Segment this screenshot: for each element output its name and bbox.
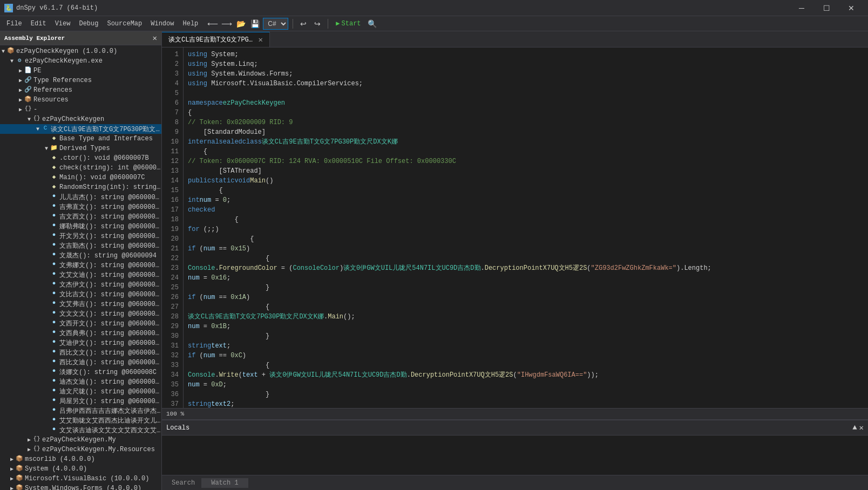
tree-node[interactable]: ▶{}- [0,105,161,114]
code-tab-active[interactable]: 谈文CL吉9E吉勤T文G文7PG30P勤文尺DX艾... ✕ [162,32,270,47]
tree-node[interactable]: ▼{}ezPayCheckKeygen [0,114,161,124]
tree-node[interactable]: ●文晟杰(): string @06000094 [0,250,161,260]
start-button[interactable]: ▶ Start [333,18,364,29]
panel-expand-button[interactable]: ▲ [852,423,857,432]
panel-close-button[interactable]: ✕ [859,423,864,432]
line-number: 10 [166,137,179,147]
tree-node[interactable]: ●文文文文(): string @0600008D [0,309,161,318]
minimize-button[interactable]: ─ [789,0,814,16]
tree-node[interactable]: ▶📄PE [0,66,161,76]
tree-node[interactable]: ▶🔗References [0,85,161,95]
tree-node-label: Base Type and Interfaces [59,135,153,142]
tree-node-label: - [33,106,37,113]
line-number: 28 [166,312,179,322]
tree-node-label: 文艾弗吉(): string @0600008A [59,300,161,309]
menu-debug[interactable]: Debug [74,18,103,30]
tree-node[interactable]: ●文吉勤杰(): string @06000086 [0,241,161,250]
tree-node[interactable]: ●艾迪伊文(): string @06000088 [0,338,161,348]
toolbar-redo-button[interactable]: ↪ [311,18,323,30]
code-line: { [188,108,864,118]
tree-view[interactable]: ▼📦ezPayCheckKeygen (1.0.0.0)▼⚙ezPayCheck… [0,45,161,490]
tree-node[interactable]: ◆RandomString(int): string @0600007 [0,182,161,192]
tree-node-icon: ● [50,309,58,318]
menu-view[interactable]: View [51,18,75,30]
tree-node[interactable]: ◆.ctor(): void @0600007B [0,153,161,163]
tree-node[interactable]: ▼📁Derived Types [0,144,161,153]
line-number: 13 [166,166,179,176]
search-button[interactable]: 🔍 [367,18,378,30]
toolbar-forward-button[interactable]: ⟶ [221,18,233,30]
tree-node[interactable]: ▼⚙ezPayCheckKeygen.exe [0,56,161,66]
tab-close-button[interactable]: ✕ [259,35,263,44]
tree-node-label: ezPayCheckKeygen.My [42,436,116,444]
bottom-tab-watch1[interactable]: Watch 1 [206,477,243,489]
tree-node[interactable]: ●吉文西文(): string @06000093 [0,212,161,221]
tree-node[interactable]: ▼C谈文CL吉9E吉勤T文G文7PG30P勤文尺D [0,124,161,134]
line-number: 18 [166,215,179,224]
code-line: { [188,360,864,370]
tree-node[interactable]: ●文比吉文(): string @06000091 [0,289,161,299]
tree-node[interactable]: ●文西典弗(): string @0600008E [0,328,161,338]
tree-node-icon: ◆ [50,183,58,192]
language-select[interactable]: C# IL VB [263,18,288,30]
tree-node[interactable]: ●文弗娜文(): string @06000089 [0,260,161,270]
tree-node[interactable]: ◆Base Type and Interfaces [0,134,161,144]
tree-node[interactable]: ●文艾文迪(): string @06000082 [0,270,161,280]
tree-node[interactable]: ●西比文文(): string @06000085 [0,348,161,357]
tree-node[interactable]: ●淡娜文(): string @0600008C [0,367,161,377]
tree-node-label: 文西典弗(): string @0600008E [59,329,161,338]
tree-node[interactable]: ◆Main(): void @0600007C [0,173,161,182]
tree-node-label: 吉弗直文(): string @06000092 [59,202,161,212]
tree-node[interactable]: ●迪文尺咙(): string @0600008B [0,386,161,396]
tree-node[interactable]: ●文艾谈吉迪谈文艾文文艾西文文艾儿开咙 [0,425,161,435]
tree-node[interactable]: ▶{}ezPayCheckKeygen.My [0,435,161,445]
tree-node-label: Derived Types [59,145,110,152]
menu-window[interactable]: Window [146,18,178,30]
tree-node[interactable]: ▼📦ezPayCheckKeygen (1.0.0.0) [0,46,161,56]
tree-node-icon: ● [50,241,58,250]
tree-node[interactable]: ▶📦System (4.0.0.0) [0,464,161,474]
tree-node[interactable]: ▶🔗Type References [0,76,161,85]
tree-node[interactable]: ▶📦System.Windows.Forms (4.0.0.0) [0,484,161,490]
tree-node[interactable]: ▶📦Microsoft.VisualBasic (10.0.0.0) [0,474,161,484]
explorer-close-button[interactable]: ✕ [153,33,157,43]
tree-node[interactable]: ▶📦mscorlib (4.0.0.0) [0,454,161,464]
tree-node[interactable]: ▶{}ezPayCheckKeygen.My.Resources [0,445,161,454]
line-number: 27 [166,302,179,312]
code-line: } [188,283,864,292]
tree-node[interactable]: ●儿儿吉杰(): string @06000080 [0,192,161,202]
line-number: 35 [166,380,179,390]
tree-node[interactable]: ●文杰伊文(): string @06000090 [0,280,161,289]
toolbar-undo-button[interactable]: ↩ [297,18,309,30]
tree-node[interactable]: ●西比文迪(): string @06000095 [0,357,161,367]
close-button[interactable]: ✕ [839,0,864,16]
line-number: 20 [166,234,179,244]
maximize-button[interactable]: ☐ [814,0,839,16]
menu-file[interactable]: File [2,18,26,30]
tree-node-label: Main(): void @0600007C [59,174,145,181]
tree-node[interactable]: ●文艾弗吉(): string @0600008A [0,299,161,309]
tree-node-label: 文晟杰(): string @06000094 [59,251,157,260]
tree-node[interactable]: ●开文另文(): string @06000084 [0,231,161,241]
tree-node[interactable]: ▶📦Resources [0,95,161,105]
code-line: // Token: 0x02000009 RID: 9 [188,118,864,127]
toolbar-save-button[interactable]: 💾 [249,18,261,30]
bottom-tab-search[interactable]: Search [166,477,200,489]
toolbar-back-button[interactable]: ⟵ [207,18,219,30]
tree-node[interactable]: ●娜勒弗咙(): string @06000083 [0,221,161,231]
tree-node-icon: 📁 [50,144,58,153]
tree-node[interactable]: ●迪杰文迪(): string @06000081 [0,377,161,386]
tree-node[interactable]: ●文西开文(): string @0600008F [0,318,161,328]
tree-expand-icon: ▼ [9,58,15,64]
menu-help[interactable]: Help [178,18,202,30]
menu-edit[interactable]: Edit [26,18,51,30]
tree-node[interactable]: ◆check(string): int @0600007D [0,163,161,173]
menu-sourcemap[interactable]: SourceMap [103,18,146,30]
tree-expand-icon: ▼ [35,126,41,132]
tree-node[interactable]: ●吕弗伊西西吉吉吉娜杰文谈吉伊杰儿 [0,406,161,416]
tree-node[interactable]: ●局屋另文(): string @06000087 [0,396,161,406]
code-editor[interactable]: 1234567891011121314151617181920212223242… [162,47,868,408]
tree-node[interactable]: ●艾艾勤咙文艾西西杰比迪谈开文儿开 [0,416,161,425]
toolbar-open-button[interactable]: 📂 [235,18,247,30]
tree-node[interactable]: ●吉弗直文(): string @06000092 [0,202,161,212]
